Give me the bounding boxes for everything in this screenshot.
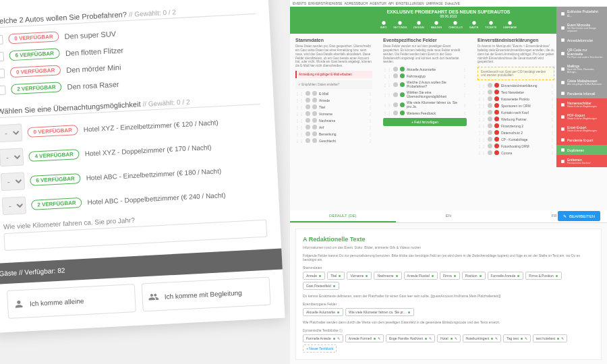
drag-icon[interactable]: ⋮⋮ bbox=[295, 118, 304, 123]
new-textblock-button[interactable]: + Neuer Textblock bbox=[303, 344, 337, 353]
field-row[interactable]: ⋮⋮CP - Kontaktfrage⋮ bbox=[478, 137, 554, 142]
edit-icon[interactable]: ✎ bbox=[337, 336, 340, 340]
field-menu-icon[interactable]: ⋮ bbox=[550, 137, 554, 142]
qty-select[interactable]: - bbox=[0, 148, 24, 166]
field-row[interactable]: ⋮⋮Weiteres Feedback⋮ bbox=[383, 111, 467, 115]
placeholder-chip[interactable]: Formelle Anrede ✎ bbox=[303, 334, 343, 342]
field-menu-icon[interactable]: ⋮ bbox=[550, 90, 554, 94]
field-menu-icon[interactable]: ⋮ bbox=[550, 117, 554, 121]
drag-icon[interactable]: ⋮⋮ bbox=[383, 92, 391, 97]
sidebar-action[interactable]: Anmeldeformular bbox=[556, 35, 607, 45]
field-row[interactable]: ⋮⋮Test Newsletter⋮ bbox=[478, 90, 554, 94]
field-row[interactable]: ⋮⋮Geschlecht⋮ bbox=[295, 138, 372, 143]
field-row[interactable]: ⋮⋮Bemerkung⋮ bbox=[295, 131, 372, 136]
tool-icon[interactable]: DESIGN bbox=[413, 20, 424, 29]
placeholder-chip[interactable]: test hoteltest ✎ bbox=[533, 334, 567, 342]
placeholder-chip[interactable]: Aktuelle Automarke bbox=[303, 308, 343, 316]
drag-icon[interactable]: ⋮⋮ bbox=[383, 111, 391, 115]
placeholder-chip[interactable]: Anrede Formell ✎ bbox=[345, 334, 384, 342]
placeholder-chip[interactable]: Anrede Floskel bbox=[404, 272, 438, 280]
edit-icon[interactable]: ✎ bbox=[378, 336, 380, 340]
field-row[interactable]: ⋮⋮Kontakt nach Kauf⋮ bbox=[478, 110, 554, 115]
tool-icon[interactable]: TICKETS bbox=[485, 20, 496, 29]
field-menu-icon[interactable]: ⋮ bbox=[550, 110, 554, 115]
field-menu-icon[interactable]: ⋮ bbox=[368, 125, 372, 129]
field-menu-icon[interactable]: ⋮ bbox=[368, 131, 372, 136]
tool-icon[interactable]: SETTINGS bbox=[393, 20, 407, 29]
topmenu-item[interactable]: EINVERSTÄNDNISSE bbox=[308, 1, 343, 5]
field-menu-icon[interactable]: ⋮ bbox=[368, 104, 372, 109]
field-menu-icon[interactable]: ⋮ bbox=[550, 96, 554, 101]
placeholder-chip[interactable]: Hotel ✎ bbox=[437, 334, 461, 342]
field-menu-icon[interactable]: ⋮ bbox=[368, 118, 372, 123]
sidebar-action[interactable]: Pandemie Export bbox=[556, 135, 607, 145]
drag-icon[interactable]: ⋮⋮ bbox=[478, 150, 486, 155]
drag-icon[interactable]: ⋮⋮ bbox=[478, 144, 486, 148]
edit-icon[interactable]: ✎ bbox=[455, 336, 457, 340]
drag-icon[interactable]: ⋮⋮ bbox=[295, 91, 304, 96]
placeholder-chip[interactable]: Firma & Position bbox=[525, 272, 562, 280]
come-with-company-button[interactable]: Ich komme mit Begleitung bbox=[142, 277, 271, 312]
field-row[interactable]: ⋮⋮Kassenette Punkto⋮ bbox=[478, 96, 554, 101]
lang-tab[interactable]: EN bbox=[396, 210, 502, 222]
drag-icon[interactable]: ⋮⋮ bbox=[478, 83, 486, 88]
drag-icon[interactable]: ⋮⋮ bbox=[295, 138, 304, 143]
drag-icon[interactable]: ⋮⋮ bbox=[478, 110, 486, 115]
field-row[interactable]: ⋮⋮Anrede⋮ bbox=[295, 98, 372, 102]
sidebar-action[interactable]: Pandemie Infomail bbox=[556, 88, 607, 98]
sidebar-action[interactable]: Exklusive Probefahrt d... bbox=[556, 7, 607, 20]
topmenu-item[interactable]: EVENTS bbox=[293, 1, 306, 5]
edit-icon[interactable]: ✎ bbox=[429, 336, 432, 340]
field-row[interactable]: ⋮⋮Finanzierung 2⋮ bbox=[478, 123, 554, 128]
edit-icon[interactable]: ✎ bbox=[525, 336, 527, 340]
placeholder-chip[interactable]: Anrede bbox=[303, 272, 325, 280]
placeholder-chip[interactable]: Tag test ✎ bbox=[503, 334, 531, 342]
placeholder-chip[interactable]: Formelle Anrede bbox=[488, 272, 524, 280]
placeholder-chip[interactable]: Hotelkontingent ✎ bbox=[463, 334, 502, 342]
sidebar-action[interactable]: PDF-ExportGäste & deren Begleitungen bbox=[556, 111, 607, 123]
drag-icon[interactable]: ⋮⋮ bbox=[478, 123, 486, 128]
drag-icon[interactable]: ⋮⋮ bbox=[295, 98, 304, 102]
placeholder-chip[interactable]: Nachname bbox=[374, 272, 401, 280]
field-row[interactable]: ⋮⋮Corona⋮ bbox=[478, 150, 554, 155]
field-menu-icon[interactable]: ⋮ bbox=[550, 83, 554, 88]
edit-button[interactable]: ✎ BEARBEITEN bbox=[558, 211, 600, 221]
placeholder-chip[interactable]: Enge Familie Hochzeit ✎ bbox=[386, 334, 435, 342]
drag-icon[interactable]: ⋮⋮ bbox=[478, 103, 486, 108]
placeholder-chip[interactable]: Titel bbox=[327, 272, 345, 280]
topmenu-item[interactable]: ADRESSBUCH bbox=[345, 1, 368, 5]
tool-icon[interactable]: CHECK-LO bbox=[449, 20, 463, 29]
field-row[interactable]: ⋮⋮Datenschutz 2⋮ bbox=[478, 130, 554, 135]
add-field-button[interactable]: + Feld hinzufügen bbox=[383, 118, 467, 126]
field-menu-icon[interactable]: ⋮ bbox=[463, 111, 467, 115]
field-menu-icon[interactable]: ⋮ bbox=[368, 138, 372, 143]
drag-icon[interactable]: ⋮⋮ bbox=[478, 130, 486, 135]
placeholder-chip[interactable]: Gast Freitextfeld bbox=[303, 282, 339, 290]
placeholder-chip[interactable]: Vorname bbox=[347, 272, 372, 280]
field-menu-icon[interactable]: ⋮ bbox=[463, 92, 467, 97]
sidebar-action[interactable]: MailingsSave the Date, Reminder, Anfrage… bbox=[556, 61, 607, 76]
placeholder-chip[interactable]: Firma bbox=[440, 272, 460, 280]
field-menu-icon[interactable]: ⋮ bbox=[550, 130, 554, 135]
field-row[interactable]: ⋮⋮Welche 2 Autos wollen Sie Probefahren?… bbox=[383, 80, 467, 88]
field-row[interactable]: ⋮⋮Aktuelle Automarke⋮ bbox=[383, 67, 467, 71]
tool-icon[interactable]: INFO bbox=[380, 20, 387, 29]
field-row[interactable]: ⋮⋮Wählen Sie eine Übernachtungsmöglichke… bbox=[383, 90, 467, 98]
come-alone-button[interactable]: Ich komme alleine bbox=[7, 284, 136, 319]
checkbox[interactable] bbox=[0, 68, 5, 78]
topmenu-item[interactable]: EINSTELLUNGEN bbox=[396, 1, 424, 5]
field-row[interactable]: ⋮⋮Anf⋮ bbox=[295, 125, 372, 129]
field-menu-icon[interactable]: ⋮ bbox=[550, 103, 554, 108]
field-menu-icon[interactable]: ⋮ bbox=[368, 91, 372, 96]
qty-select[interactable]: - bbox=[2, 196, 26, 215]
qty-select[interactable]: - bbox=[0, 123, 22, 142]
field-row[interactable]: ⋮⋮Fotoshooting DRM⋮ bbox=[478, 144, 554, 148]
field-menu-icon[interactable]: ⋮ bbox=[463, 67, 467, 71]
drag-icon[interactable]: ⋮⋮ bbox=[383, 67, 391, 71]
sidebar-action[interactable]: Event MicrositeVor Start testen und Desi… bbox=[556, 20, 607, 35]
lang-tab[interactable]: DEFAULT (DE) bbox=[290, 210, 396, 222]
field-menu-icon[interactable]: ⋮ bbox=[368, 98, 372, 102]
field-menu-icon[interactable]: ⋮ bbox=[550, 150, 554, 155]
drag-icon[interactable]: ⋮⋮ bbox=[383, 102, 391, 107]
field-row[interactable]: ⋮⋮E-Mail⋮ bbox=[295, 91, 372, 96]
